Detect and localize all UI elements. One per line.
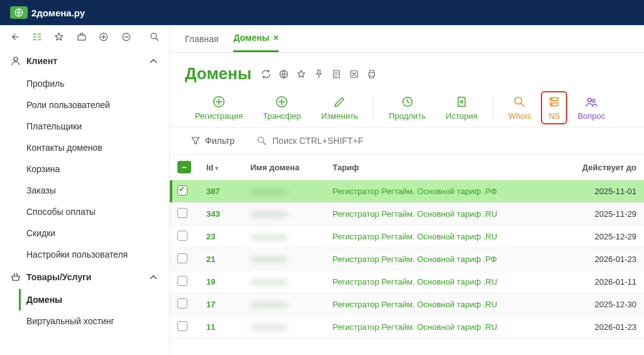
action-whois[interactable]: Whois [498, 91, 541, 124]
briefcase-icon[interactable] [76, 31, 87, 43]
sidebar-section-products[interactable]: Товары/Услуги [0, 265, 169, 289]
action-register[interactable]: Регистрация [185, 91, 253, 124]
doc-icon [455, 95, 469, 109]
cell-name: xxxxxxxxx [250, 277, 287, 287]
row-checkbox[interactable] [177, 185, 187, 195]
clipboard-icon[interactable] [331, 68, 342, 80]
sidebar-item[interactable]: Скидки [19, 222, 169, 244]
row-checkbox[interactable] [177, 298, 187, 309]
globe-icon[interactable] [278, 68, 289, 80]
row-checkbox[interactable] [177, 276, 187, 286]
filter-label: Фильтр [205, 136, 235, 146]
cell-id: 17 [199, 293, 243, 316]
cell-until: 2026-01-11 [555, 271, 644, 293]
table-row[interactable]: 343xxxxxxxxxРегистратор Регтайм. Основно… [170, 203, 644, 226]
minus-icon[interactable] [121, 31, 132, 43]
sidebar-item[interactable]: Способы оплаты [19, 201, 169, 222]
sidebar-item[interactable]: Профиль [19, 73, 169, 94]
user-icon [10, 55, 21, 67]
sidebar-section-client-title: Клиент [26, 56, 57, 66]
sidebar-item[interactable]: Плательщики [19, 116, 169, 137]
pin-icon[interactable] [313, 68, 325, 80]
search-small-icon [256, 135, 267, 146]
row-checkbox[interactable] [177, 321, 187, 331]
action-edit[interactable]: Изменить [311, 91, 369, 124]
search-icon[interactable] [149, 31, 160, 43]
svg-rect-1 [78, 35, 86, 40]
sidebar-item[interactable]: Корзина [19, 158, 169, 180]
logo-icon [10, 6, 28, 19]
sidebar-item[interactable]: Настройки пользователя [19, 244, 169, 265]
svg-point-18 [552, 99, 552, 99]
cell-until: 2025-11-01 [555, 180, 644, 203]
cell-name: xxxxxxxxx [250, 209, 287, 219]
table-row[interactable]: 23xxxxxxxxxРегистратор Регтайм. Основной… [170, 226, 644, 248]
back-icon[interactable] [9, 31, 20, 43]
tree-icon[interactable] [31, 31, 43, 43]
cell-tariff: Регистратор Регтайм. Основной тариф .РФ [325, 180, 555, 203]
export-icon[interactable] [348, 68, 360, 80]
svg-rect-13 [458, 97, 465, 107]
svg-point-15 [515, 97, 522, 104]
cell-id: 387 [199, 180, 243, 203]
cell-id: 23 [199, 226, 243, 248]
history-icon [401, 95, 414, 109]
action-transfer[interactable]: Трансфер [253, 91, 311, 124]
plus-circle-icon [212, 95, 226, 109]
row-checkbox[interactable] [177, 231, 187, 241]
cell-id: 19 [199, 271, 243, 293]
action-prolong[interactable]: Продлить [379, 91, 436, 124]
col-tariff[interactable]: Тариф [325, 155, 555, 180]
pencil-icon [333, 95, 347, 109]
row-checkbox[interactable] [177, 253, 187, 263]
col-until[interactable]: Действует до [555, 155, 644, 180]
cell-name: xxxxxxxxx [250, 254, 287, 264]
users-icon [584, 95, 598, 109]
brand-text: 2домена.ру [31, 8, 85, 18]
star-outline-icon[interactable] [296, 68, 307, 80]
tab[interactable]: Домены× [233, 33, 278, 52]
action-ns[interactable]: NS [541, 91, 567, 124]
cell-id: 11 [199, 316, 243, 339]
search-box[interactable] [251, 131, 629, 150]
sidebar-item[interactable]: Домены [19, 289, 169, 310]
chevron-up-icon [148, 271, 159, 283]
sidebar-section-client[interactable]: Клиент [0, 49, 169, 73]
star-icon[interactable] [53, 31, 65, 43]
chevron-up-icon [148, 55, 159, 67]
sidebar-icon-strip [0, 25, 169, 49]
basket-icon [10, 271, 21, 283]
cell-id: 343 [199, 203, 243, 226]
sidebar-section-products-title: Товары/Услуги [26, 272, 91, 282]
sidebar-item[interactable]: Роли пользователей [19, 94, 169, 116]
svg-point-19 [552, 104, 552, 104]
col-name[interactable]: Имя домена [243, 155, 325, 180]
table-row[interactable]: 17xxxxxxxxxРегистратор Регтайм. Основной… [170, 293, 644, 316]
close-icon[interactable]: × [273, 33, 278, 43]
sidebar-item[interactable]: Контакты доменов [19, 137, 169, 158]
svg-point-21 [592, 99, 596, 102]
tab[interactable]: Главная [185, 34, 218, 52]
domains-table: – Id▾ Имя домена Тариф Действует до 387x… [170, 155, 644, 339]
filter-button[interactable]: Фильтр [185, 131, 240, 150]
print-icon[interactable] [366, 68, 377, 80]
table-row[interactable]: 387xxxxxxxxxРегистратор Регтайм. Основно… [170, 180, 644, 203]
svg-rect-9 [369, 72, 374, 75]
cell-until: 2025-11-29 [555, 203, 644, 226]
action-history[interactable]: История [436, 91, 487, 124]
search-input[interactable] [272, 136, 436, 146]
select-all-checkbox[interactable]: – [177, 161, 191, 173]
sidebar-item[interactable]: Виртуальный хостинг [19, 310, 169, 332]
row-checkbox[interactable] [177, 208, 187, 218]
svg-point-14 [460, 101, 463, 103]
plus-circle-icon [275, 95, 289, 109]
table-row[interactable]: 19xxxxxxxxxРегистратор Регтайм. Основной… [170, 271, 644, 293]
plus-icon[interactable] [98, 31, 109, 43]
table-row[interactable]: 11xxxxxxxxxРегистратор Регтайм. Основной… [170, 316, 644, 339]
col-id[interactable]: Id▾ [199, 155, 243, 180]
table-row[interactable]: 21xxxxxxxxxРегистратор Регтайм. Основной… [170, 248, 644, 271]
refresh-icon[interactable] [260, 68, 272, 80]
sidebar-item[interactable]: Заказы [19, 180, 169, 201]
action-question[interactable]: Вопрос [567, 91, 615, 124]
cell-tariff: Регистратор Регтайм. Основной тариф .RU [325, 316, 555, 339]
